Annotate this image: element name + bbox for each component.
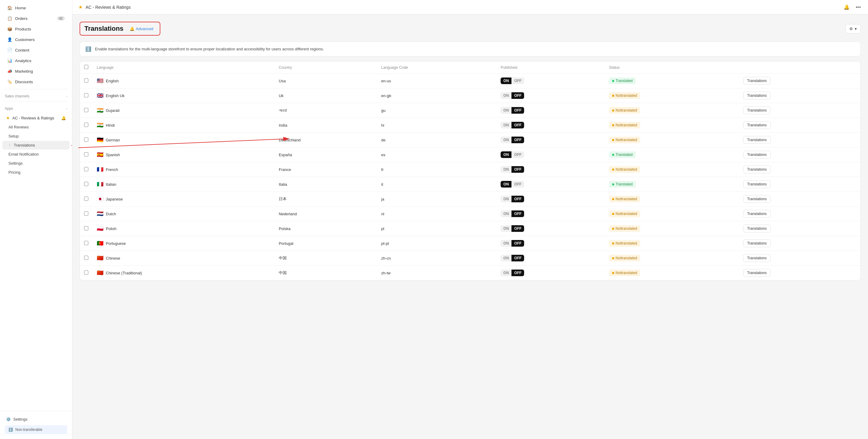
toggle-on-btn[interactable]: ON xyxy=(501,92,512,99)
sidebar-item-home[interactable]: 🏠 Home xyxy=(2,3,70,13)
translations-button[interactable]: Translations xyxy=(743,136,771,144)
translations-button[interactable]: Translations xyxy=(743,180,771,188)
toggle-on-btn[interactable]: ON xyxy=(501,107,512,114)
toggle-on-btn[interactable]: ON xyxy=(501,210,512,217)
toggle-off-btn[interactable]: OFF xyxy=(512,181,524,187)
toggle-on-btn[interactable]: ON xyxy=(501,196,512,202)
published-toggle[interactable]: ON OFF xyxy=(501,166,524,173)
advanced-button[interactable]: 🔔 Advanced xyxy=(127,26,156,32)
published-toggle[interactable]: ON OFF xyxy=(501,122,524,128)
toggle-off-btn[interactable]: OFF xyxy=(512,269,524,276)
row-checkbox-10[interactable] xyxy=(84,226,88,230)
translations-button[interactable]: Translations xyxy=(743,269,771,277)
translations-button[interactable]: Translations xyxy=(743,92,771,99)
chevron-right-icon-2: › xyxy=(66,107,67,110)
country-cell: Portugal xyxy=(275,236,377,251)
published-toggle[interactable]: ON OFF xyxy=(501,240,524,246)
row-checkbox-4[interactable] xyxy=(84,138,88,142)
bell-button[interactable]: 🔔 xyxy=(842,3,851,11)
toggle-off-btn[interactable]: OFF xyxy=(512,78,524,84)
row-checkbox-3[interactable] xyxy=(84,123,88,127)
published-toggle[interactable]: ON OFF xyxy=(501,92,524,99)
toggle-off-btn[interactable]: OFF xyxy=(512,240,524,246)
published-toggle[interactable]: ON OFF xyxy=(501,196,524,202)
translations-button[interactable]: Translations xyxy=(743,77,771,85)
translations-button[interactable]: Translations xyxy=(743,195,771,203)
row-checkbox-7[interactable] xyxy=(84,182,88,186)
sidebar-item-marketing[interactable]: 📣 Marketing xyxy=(2,66,70,76)
code-cell: hi xyxy=(377,118,497,133)
toggle-off-btn[interactable]: OFF xyxy=(512,92,524,99)
toggle-off-btn[interactable]: OFF xyxy=(512,225,524,232)
more-button[interactable]: ••• xyxy=(855,3,862,11)
published-toggle[interactable]: ON OFF xyxy=(501,181,524,187)
translations-button[interactable]: Translations xyxy=(743,166,771,173)
sidebar-item-settings-sub[interactable]: Settings xyxy=(2,159,70,168)
toggle-on-btn[interactable]: ON xyxy=(501,166,512,173)
toggle-on-btn[interactable]: ON xyxy=(501,225,512,232)
published-toggle[interactable]: ON OFF xyxy=(501,151,524,158)
row-checkbox-1[interactable] xyxy=(84,93,88,97)
published-toggle[interactable]: ON OFF xyxy=(501,225,524,232)
table-row: 🇺🇸 English Usa en-us ON OFF Translated T… xyxy=(80,74,861,88)
sidebar-item-products[interactable]: 📦 Products xyxy=(2,24,70,34)
sales-channels-section[interactable]: Sales channels › xyxy=(0,91,72,99)
toggle-on-btn[interactable]: ON xyxy=(501,255,512,261)
customers-icon: 👤 xyxy=(7,37,12,42)
sidebar-item-customers[interactable]: 👤 Customers xyxy=(2,34,70,45)
ac-app-item[interactable]: ★ AC - Reviews & Ratings 🔔 xyxy=(2,113,70,122)
published-toggle[interactable]: ON OFF xyxy=(501,269,524,276)
translations-button[interactable]: Translations xyxy=(743,121,771,129)
row-checkbox-5[interactable] xyxy=(84,152,88,156)
sidebar-item-all-reviews[interactable]: All Reviews xyxy=(2,123,70,131)
toggle-on-btn[interactable]: ON xyxy=(501,151,512,158)
toggle-off-btn[interactable]: OFF xyxy=(512,122,524,128)
select-all-checkbox[interactable] xyxy=(84,65,88,69)
sidebar-item-settings[interactable]: ⚙️ Settings xyxy=(2,415,70,424)
filter-button[interactable]: ⚙ ▾ xyxy=(845,24,861,33)
toggle-off-btn[interactable]: OFF xyxy=(512,196,524,202)
translations-button[interactable]: Translations xyxy=(743,210,771,218)
sidebar-item-pricing[interactable]: Pricing xyxy=(2,168,70,177)
toggle-on-btn[interactable]: ON xyxy=(501,269,512,276)
sidebar-item-discounts[interactable]: 🏷️ Discounts xyxy=(2,77,70,87)
toggle-on-btn[interactable]: ON xyxy=(501,78,512,84)
published-toggle[interactable]: ON OFF xyxy=(501,107,524,114)
published-toggle[interactable]: ON OFF xyxy=(501,255,524,261)
row-checkbox-2[interactable] xyxy=(84,108,88,112)
sidebar-item-analytics[interactable]: 📊 Analytics xyxy=(2,56,70,66)
translations-button[interactable]: Translations xyxy=(743,254,771,262)
row-checkbox-6[interactable] xyxy=(84,167,88,171)
row-checkbox-11[interactable] xyxy=(84,241,88,245)
sidebar-item-content[interactable]: 📄 Content xyxy=(2,45,70,55)
toggle-on-btn[interactable]: ON xyxy=(501,137,512,143)
row-checkbox-0[interactable] xyxy=(84,78,88,83)
published-toggle[interactable]: ON OFF xyxy=(501,78,524,84)
toggle-off-btn[interactable]: OFF xyxy=(512,107,524,114)
toggle-off-btn[interactable]: OFF xyxy=(512,151,524,158)
translations-button[interactable]: Translations xyxy=(743,225,771,232)
row-checkbox-12[interactable] xyxy=(84,256,88,260)
row-checkbox-8[interactable] xyxy=(84,197,88,201)
published-toggle[interactable]: ON OFF xyxy=(501,210,524,217)
row-checkbox-9[interactable] xyxy=(84,211,88,215)
toggle-on-btn[interactable]: ON xyxy=(501,181,512,187)
row-checkbox-13[interactable] xyxy=(84,270,88,275)
translations-button[interactable]: Translations xyxy=(743,107,771,114)
sidebar-item-translations[interactable]: └ Translations ← xyxy=(2,141,70,150)
toggle-off-btn[interactable]: OFF xyxy=(512,166,524,173)
country-cell: France xyxy=(275,162,377,177)
toggle-off-btn[interactable]: OFF xyxy=(512,255,524,261)
toggle-off-btn[interactable]: OFF xyxy=(512,210,524,217)
sidebar-item-email-notification[interactable]: Email Notification xyxy=(2,150,70,158)
toggle-off-btn[interactable]: OFF xyxy=(512,137,524,143)
published-toggle[interactable]: ON OFF xyxy=(501,137,524,143)
translations-button[interactable]: Translations xyxy=(743,239,771,247)
toggle-on-btn[interactable]: ON xyxy=(501,122,512,128)
toggle-on-btn[interactable]: ON xyxy=(501,240,512,246)
apps-section[interactable]: Apps › xyxy=(0,104,72,112)
translations-button[interactable]: Translations xyxy=(743,151,771,158)
sidebar-item-setup[interactable]: Setup xyxy=(2,132,70,141)
sidebar-item-orders[interactable]: 📋 Orders 42 xyxy=(2,13,70,24)
language-cell: 🇩🇪 German xyxy=(97,137,270,143)
